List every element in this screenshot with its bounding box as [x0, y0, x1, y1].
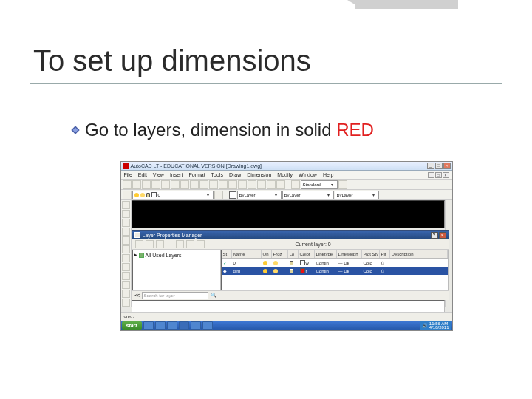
arc-tool-button[interactable] — [122, 228, 130, 236]
filter-toggle-icon[interactable]: ≪ — [134, 293, 140, 299]
current-color-swatch[interactable] — [229, 191, 236, 199]
textstyle-select[interactable]: Standard ▾ — [301, 180, 338, 189]
taskbar-app-button[interactable] — [167, 321, 177, 330]
paste-button[interactable] — [180, 180, 189, 189]
linetype-select[interactable]: ByLayer ▾ — [282, 191, 334, 200]
table-tool-button[interactable] — [122, 299, 130, 307]
col-description[interactable]: Description — [390, 250, 448, 258]
tree-expand-icon[interactable]: ▸ — [134, 252, 137, 258]
lpm-new-group-button[interactable] — [146, 240, 154, 248]
doc-minimize-button[interactable]: _ — [428, 172, 434, 178]
hatch-tool-button[interactable] — [122, 245, 130, 253]
textstyle-button[interactable] — [291, 180, 300, 189]
open-file-button[interactable] — [132, 180, 141, 189]
polyline-tool-button[interactable] — [122, 210, 130, 218]
lpm-new-filter-button[interactable] — [135, 240, 143, 248]
taskbar-word-button[interactable] — [179, 321, 189, 330]
start-button[interactable]: start — [122, 321, 142, 330]
menu-tools[interactable]: Tools — [211, 172, 223, 177]
text-tool-button[interactable] — [122, 254, 130, 262]
dimstyle-button[interactable] — [338, 180, 347, 189]
pan-button[interactable] — [209, 180, 218, 189]
lpm-filter-tree[interactable]: ▸ All Used Layers — [132, 250, 221, 290]
lpm-layer-states-button[interactable] — [156, 240, 164, 248]
printer-icon[interactable]: ⎙ — [381, 269, 384, 273]
col-lock[interactable]: Lo — [288, 250, 299, 258]
col-lineweight[interactable]: Lineweigh — [337, 250, 362, 258]
circle-tool-button[interactable] — [122, 219, 130, 227]
doc-restore-button[interactable]: □ — [435, 172, 442, 178]
printer-icon[interactable]: ⎙ — [381, 261, 384, 265]
menu-window[interactable]: Window — [299, 172, 317, 177]
new-file-button[interactable] — [123, 180, 132, 189]
rectangle-tool-button[interactable] — [122, 236, 130, 245]
save-button[interactable] — [142, 180, 151, 189]
col-linetype[interactable]: Linetype — [315, 250, 337, 258]
close-button[interactable]: × — [443, 163, 451, 169]
menu-modify[interactable]: Modify — [277, 172, 293, 177]
col-name[interactable]: Name — [232, 250, 262, 258]
block-tool-button[interactable] — [122, 272, 130, 280]
point-tool-button[interactable] — [122, 281, 130, 289]
lpm-titlebar[interactable]: Layer Properties Manager ? × — [132, 231, 449, 239]
help-button[interactable] — [276, 180, 285, 189]
design-center-button[interactable] — [257, 180, 266, 189]
line-tool-button[interactable] — [122, 201, 130, 209]
lineweight-select[interactable]: ByLayer ▾ — [335, 191, 379, 200]
tray-icon[interactable]: 🔊 — [422, 323, 427, 328]
tool-palettes-button[interactable] — [267, 180, 276, 189]
col-freeze[interactable]: Froz — [272, 250, 288, 258]
lock-icon[interactable] — [290, 261, 293, 265]
undo-button[interactable] — [190, 180, 199, 189]
lpm-help-button[interactable]: ? — [431, 232, 438, 239]
taskbar-ie-button[interactable] — [143, 321, 154, 330]
lock-icon[interactable] — [290, 269, 293, 273]
lpm-new-layer-button[interactable] — [176, 240, 184, 248]
taskbar-autocad-button[interactable] — [191, 321, 201, 330]
menu-edit[interactable]: Edit — [138, 172, 147, 177]
properties-button[interactable] — [248, 180, 256, 189]
lpm-delete-layer-button[interactable] — [186, 240, 194, 248]
menu-dimension[interactable]: Dimension — [247, 172, 271, 177]
sun-icon[interactable] — [273, 269, 278, 273]
zoom-button[interactable] — [219, 180, 228, 189]
menu-insert[interactable]: Insert — [170, 172, 183, 177]
color-select[interactable]: ByLayer ▾ — [237, 191, 282, 200]
lpm-set-current-button[interactable] — [197, 240, 205, 248]
layer-previous-button[interactable] — [214, 191, 223, 200]
zoom-window-button[interactable] — [228, 180, 237, 189]
color-swatch[interactable] — [300, 268, 305, 273]
zoom-previous-button[interactable] — [238, 180, 247, 189]
taskbar-explorer-button[interactable] — [155, 321, 166, 330]
col-status[interactable]: St — [222, 250, 232, 258]
col-color[interactable]: Color — [299, 250, 315, 258]
taskbar-app2-button[interactable] — [202, 321, 213, 330]
sun-icon[interactable] — [273, 261, 278, 265]
doc-close-button[interactable]: × — [443, 172, 449, 178]
system-tray[interactable]: 🔊 11:56 AM 4/18/2011 — [420, 321, 451, 330]
copy-button[interactable] — [171, 180, 180, 189]
maximize-button[interactable]: □ — [435, 163, 443, 169]
color-swatch[interactable] — [300, 260, 305, 265]
col-on[interactable]: On — [262, 250, 272, 258]
layer-row-selected[interactable]: ◆ dim r Contin — De Colo ⎙ — [222, 267, 448, 275]
dimension-tool-button[interactable] — [122, 263, 130, 271]
cut-button[interactable] — [161, 180, 170, 189]
redo-button[interactable] — [200, 180, 208, 189]
layer-select[interactable]: 0 ▾ — [132, 191, 214, 200]
print-button[interactable] — [151, 180, 160, 189]
lpm-close-button[interactable]: × — [439, 232, 446, 239]
lightbulb-icon[interactable] — [263, 269, 267, 273]
layer-properties-button[interactable] — [123, 191, 132, 200]
menu-format[interactable]: Format — [188, 172, 205, 177]
lpm-search-input[interactable]: Search for layer — [142, 292, 208, 299]
col-plotstyle[interactable]: Plot Sty — [362, 250, 380, 258]
model-space-canvas[interactable] — [132, 200, 445, 228]
search-icon[interactable]: 🔍 — [211, 293, 217, 299]
minimize-button[interactable]: _ — [427, 163, 434, 169]
menu-file[interactable]: File — [124, 172, 132, 177]
lightbulb-icon[interactable] — [263, 261, 267, 265]
menu-draw[interactable]: Draw — [229, 172, 241, 177]
menu-view[interactable]: View — [153, 172, 164, 177]
col-plot[interactable]: Plt — [380, 250, 390, 258]
